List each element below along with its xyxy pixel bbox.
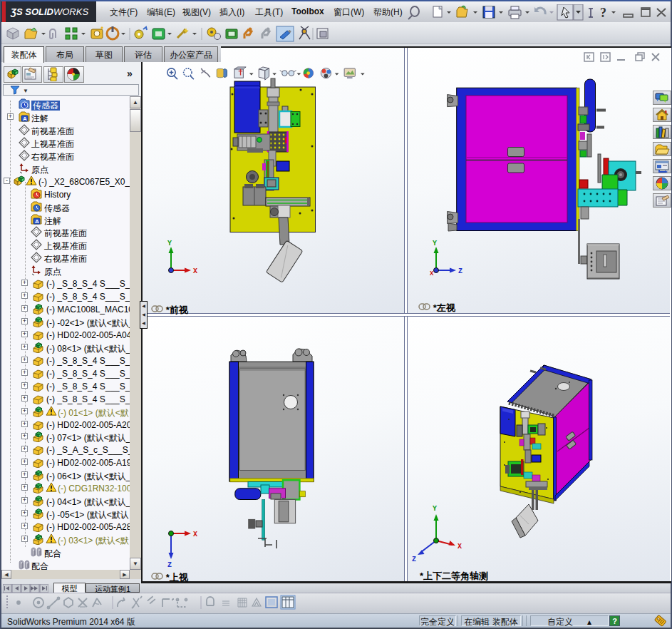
svg-text:Y: Y (433, 505, 437, 513)
svg-text:?: ? (600, 6, 606, 20)
svg-text:Z: Z (167, 561, 172, 569)
svg-text:Z: Z (412, 556, 416, 563)
svg-text:X: X (458, 543, 462, 551)
svg-text:X: X (193, 531, 197, 538)
